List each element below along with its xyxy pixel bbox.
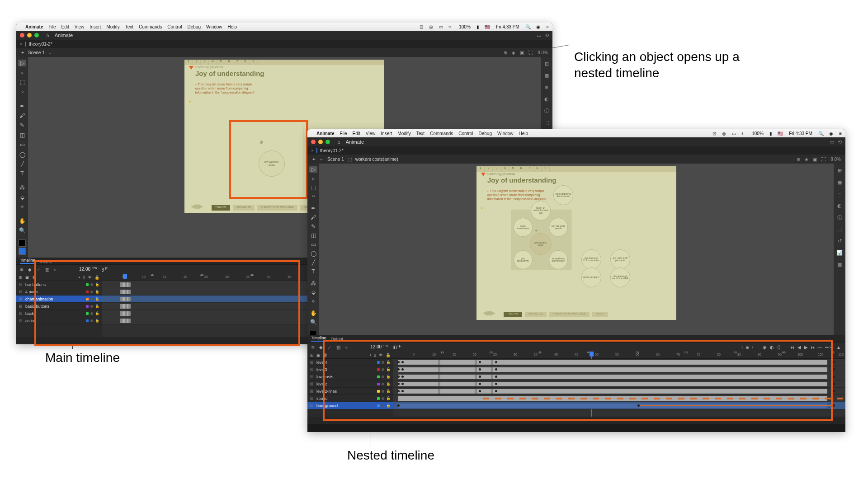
paint-bucket-tool-icon[interactable]: ⬙ xyxy=(309,289,317,296)
breadcrumb-scene[interactable]: Scene 1 xyxy=(327,157,344,162)
zoom-button[interactable] xyxy=(34,33,39,38)
fps-readout[interactable]: 12.00 FPS xyxy=(370,344,388,349)
stage[interactable]: 123456789 Learning process Joy of unders… xyxy=(476,166,676,320)
bottom-tab-quick[interactable]: QUICK xyxy=(592,312,608,317)
home-icon[interactable]: ⌂ xyxy=(46,33,49,38)
scene-icon[interactable]: ✦ xyxy=(312,157,316,162)
frame-readout[interactable]: 47 F xyxy=(392,344,401,350)
circle-us-gnp[interactable]: dominance of the U.S. in GNP xyxy=(610,267,630,287)
bottom-tab-projects[interactable]: PROJECTS xyxy=(233,205,255,211)
color-panel-icon[interactable]: ◐ xyxy=(542,95,551,103)
layer-color-swatch[interactable] xyxy=(377,361,380,364)
layer-color-swatch[interactable] xyxy=(86,298,89,300)
track-row[interactable] xyxy=(393,359,845,366)
circle-unemployment[interactable]: return on unemployment rate xyxy=(531,201,551,221)
rewind-button[interactable]: ⏮ xyxy=(790,345,794,350)
breadcrumb-symbol[interactable]: workers costs(anime) xyxy=(355,157,398,162)
spotlight-icon[interactable]: 🔍 xyxy=(818,131,824,136)
oval-tool-icon[interactable]: ◯ xyxy=(309,250,317,257)
scene-dropdown-icon[interactable]: ⌄ xyxy=(48,50,52,55)
track-row[interactable] xyxy=(393,380,845,388)
pen-tool-icon[interactable]: ✒ xyxy=(309,205,317,211)
layer-row[interactable]: ▤level3🔒 xyxy=(307,366,393,373)
minimize-button[interactable] xyxy=(27,33,32,38)
menu-control[interactable]: Control xyxy=(167,24,182,29)
layer-toggle-dot[interactable] xyxy=(382,390,384,393)
menu-animate[interactable]: Animate xyxy=(316,131,334,136)
circle-more-investments[interactable]: more investments xyxy=(514,218,533,237)
minimize-button[interactable] xyxy=(318,140,323,144)
layer-color-swatch[interactable] xyxy=(377,397,380,400)
tab-timeline[interactable]: Timeline xyxy=(311,336,326,342)
edit-multiple-icon[interactable]: ⟐ xyxy=(345,345,348,350)
layer-highlight-icon[interactable]: • xyxy=(79,275,80,280)
bottom-tab-projects[interactable]: PROJECTS xyxy=(525,312,547,317)
layer-row[interactable]: ▤level4🔒 xyxy=(307,359,393,366)
layer-lock-toggle[interactable]: 🔒 xyxy=(95,290,99,294)
delete-layer-icon[interactable]: 🗑 xyxy=(323,353,327,357)
layer-color-swatch[interactable] xyxy=(86,283,89,286)
menu-commands[interactable]: Commands xyxy=(139,24,162,29)
layer-icon[interactable]: ≋ xyxy=(311,345,315,350)
layer-color-swatch[interactable] xyxy=(86,291,89,293)
tab-close-x[interactable]: × xyxy=(20,42,23,47)
new-folder-icon[interactable]: ▣ xyxy=(316,353,321,357)
layer-row[interactable]: ▤basic buttons🔒 xyxy=(16,303,102,310)
bone-tool-icon[interactable]: ✧ xyxy=(309,298,317,305)
align-panel-icon[interactable]: ≡ xyxy=(835,190,844,198)
library-panel-icon[interactable]: ▦ xyxy=(542,71,551,80)
properties-panel-icon[interactable]: ⊞ xyxy=(542,60,551,68)
info-panel-icon[interactable]: ⓘ xyxy=(835,213,844,221)
menu-window[interactable]: Window xyxy=(206,24,222,29)
bottom-tab-practice[interactable]: THEORY INTO PRACTICE xyxy=(549,312,590,317)
oval-tool-icon[interactable]: ◯ xyxy=(18,151,26,158)
layer-lock-toggle[interactable]: 🔒 xyxy=(95,319,99,323)
flag-icon[interactable]: 🇺🇸 xyxy=(485,24,490,29)
track-row[interactable] xyxy=(393,402,845,409)
layer-lock-toggle[interactable]: 🔒 xyxy=(95,304,99,308)
menu-text[interactable]: Text xyxy=(416,131,425,136)
bottom-tab-theory[interactable]: THEORY xyxy=(212,205,230,211)
menu-insert[interactable]: Insert xyxy=(90,24,101,29)
frame-ruler[interactable]: 5101520253035404550556065707580859095100… xyxy=(393,352,845,359)
status-icon[interactable]: ⊡ xyxy=(420,24,423,29)
display-icon[interactable]: ▭ xyxy=(439,24,443,29)
layer-row[interactable]: ▤sound🔒 xyxy=(307,395,393,402)
battery-icon[interactable]: ▮ xyxy=(769,131,772,136)
zoom-in-timeline-icon[interactable]: ▲ xyxy=(836,345,841,350)
fps-readout[interactable]: 12.00 FPS xyxy=(79,267,97,272)
subselection-tool-icon[interactable]: ▹ xyxy=(309,175,317,182)
eyedropper-tool-icon[interactable]: ⁂ xyxy=(18,184,26,191)
layer-visibility-icon[interactable]: 👁 xyxy=(88,275,92,280)
line-tool-icon[interactable]: ╱ xyxy=(309,259,317,266)
layer-lock-toggle[interactable]: 🔒 xyxy=(386,375,391,379)
info-panel-icon[interactable]: ⓘ xyxy=(542,107,551,115)
frame-readout[interactable]: 3 F xyxy=(101,266,107,272)
back-icon[interactable]: ← xyxy=(319,157,324,162)
selection-tool-icon[interactable]: ▷ xyxy=(18,60,26,66)
layer-toggle-dot[interactable] xyxy=(90,305,93,308)
paint-bucket-tool-icon[interactable]: ⬙ xyxy=(18,194,26,201)
scene-name[interactable]: Scene 1 xyxy=(28,50,45,55)
wifi-icon[interactable]: ᯤ xyxy=(448,24,453,29)
doc-tab[interactable]: theory01-2* xyxy=(25,42,52,47)
circle-market-share[interactable]: strengthen a market share xyxy=(549,250,568,269)
circle-hire-people[interactable]: can hire more people xyxy=(549,218,568,237)
keyframe-tool-icon[interactable]: ◆ xyxy=(319,345,323,350)
battery-icon[interactable]: ▮ xyxy=(476,24,479,29)
eraser-tool-icon[interactable]: ◫ xyxy=(18,131,26,138)
layer-name[interactable]: level2-lines xyxy=(316,389,375,394)
layer-toggle-dot[interactable] xyxy=(382,404,384,407)
layer-row[interactable]: ▤bar buttons🔒 xyxy=(16,281,102,288)
layer-color-swatch[interactable] xyxy=(377,390,380,393)
onion-range-icon[interactable]: ⟨⟩ xyxy=(777,345,781,350)
bottom-tab-theory[interactable]: THEORY xyxy=(504,312,522,317)
first-frame-button[interactable]: ‹ xyxy=(741,345,743,350)
zoom-value[interactable]: 8 0% xyxy=(830,157,841,162)
bottom-tab-practice[interactable]: THEORY INTO PRACTICE xyxy=(257,205,297,211)
layer-highlight-icon[interactable]: • xyxy=(370,353,371,357)
menu-file[interactable]: File xyxy=(48,24,56,29)
onion-outline-icon[interactable]: ◐ xyxy=(770,345,774,350)
layer-name[interactable]: action xyxy=(25,319,84,323)
brush-tool-icon[interactable]: 🖌 xyxy=(309,214,317,221)
